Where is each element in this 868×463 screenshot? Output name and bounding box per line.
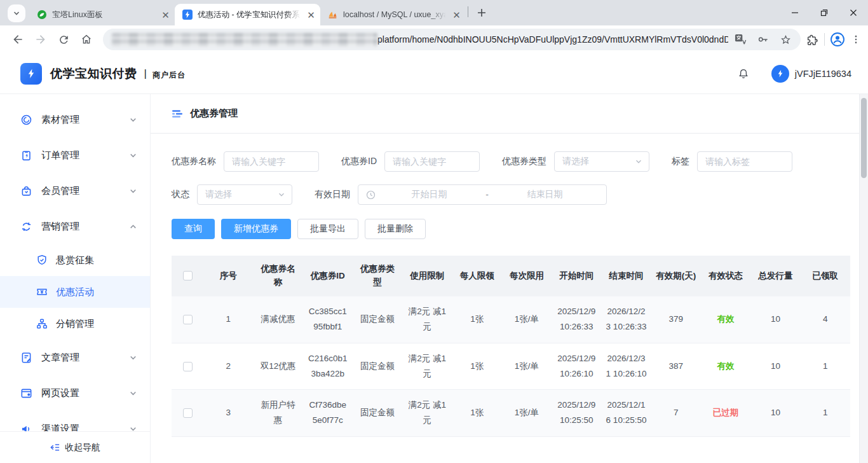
scrollbar-thumb[interactable]	[861, 98, 867, 178]
filter-label: 有效日期	[315, 189, 350, 200]
url-text: platform/home/N0dhbINOUU5NcHpVaDFuUlppVj…	[377, 34, 728, 45]
tab-close-icon[interactable]: ✕	[160, 10, 171, 20]
sidebar-subitem-coupon-activity[interactable]: 优惠活动	[0, 276, 150, 308]
app-body: 素材管理 订单管理 会员管理 营销管理 悬赏征集	[0, 94, 868, 463]
search-button[interactable]: 查询	[172, 219, 215, 239]
column-header: 优惠券类型	[353, 256, 402, 296]
row-checkbox[interactable]	[183, 408, 193, 418]
status-select[interactable]: 请选择	[197, 184, 292, 205]
address-bar[interactable]: platform/home/N0dhbINOUU5NcHpVaDFuUlppVj…	[103, 29, 801, 50]
add-coupon-button[interactable]: 新增优惠券	[221, 219, 291, 239]
sidebar: 素材管理 订单管理 会员管理 营销管理 悬赏征集	[0, 94, 151, 463]
window-close-button[interactable]	[839, 0, 868, 25]
cell-total-issued: 10	[750, 296, 800, 343]
chevron-down-icon	[129, 187, 137, 195]
forward-button[interactable]	[31, 29, 51, 50]
browser-menu-icon[interactable]	[850, 34, 862, 45]
distribution-icon	[36, 318, 48, 329]
sidebar-item-label: 文章管理	[41, 352, 79, 364]
window-minimize-button[interactable]	[780, 0, 810, 25]
cell-seq: 2	[203, 343, 253, 390]
tab-title: 宝塔Linux面板	[52, 10, 155, 20]
cell-per-use: 1张/单	[502, 296, 552, 343]
password-key-icon[interactable]	[757, 33, 770, 46]
home-button[interactable]	[76, 29, 97, 50]
notification-bell-icon[interactable]	[737, 67, 750, 80]
cell-total-issued: 10	[750, 390, 800, 437]
user-avatar[interactable]	[771, 65, 789, 83]
sidebar-item-orders[interactable]: 订单管理	[0, 137, 150, 173]
translate-icon[interactable]	[735, 34, 747, 46]
bounty-shield-icon	[36, 254, 48, 266]
cell-status: 已过期	[701, 390, 750, 437]
coupon-name-input[interactable]	[224, 151, 319, 172]
cell-per-use: 1张/单	[502, 343, 552, 390]
new-tab-button[interactable]	[473, 4, 491, 22]
cell-start-time: 2025/12/9 10:26:10	[552, 343, 601, 390]
column-header: 每人限领	[452, 256, 501, 296]
window-restore-button[interactable]	[810, 0, 839, 25]
cell-type: 固定金额	[353, 296, 402, 343]
tag-input[interactable]	[697, 151, 792, 172]
extensions-icon[interactable]	[806, 33, 819, 46]
sidebar-item-marketing[interactable]: 营销管理	[0, 209, 150, 244]
tab-title: 优惠活动 - 优学宝知识付费系统	[198, 10, 301, 20]
chevron-down-icon	[129, 389, 137, 397]
column-header: 序号	[203, 256, 253, 296]
sidebar-item-channels[interactable]: 渠道设置	[0, 411, 150, 431]
filter-tag: 标签	[672, 151, 792, 172]
column-header: 开始时间	[552, 256, 601, 296]
sidebar-item-label: 会员管理	[41, 185, 79, 197]
tab-close-icon[interactable]: ✕	[451, 10, 462, 20]
page-title: 优惠券管理	[190, 107, 238, 120]
tab-bt-panel[interactable]: 宝塔Linux面板 ✕	[29, 4, 175, 25]
sidebar-item-members[interactable]: 会员管理	[0, 173, 150, 209]
coupon-type-select[interactable]: 请选择	[554, 151, 649, 172]
home-icon	[80, 33, 93, 46]
sidebar-subitem-bounty[interactable]: 悬赏征集	[0, 244, 150, 276]
tab-phpmyadmin[interactable]: localhost / MySQL / uxue_xya ✕	[320, 4, 466, 25]
webpage-icon	[20, 387, 32, 399]
tab-close-icon[interactable]: ✕	[306, 10, 316, 20]
cell-name: 双12优惠	[253, 343, 302, 390]
collapse-nav-button[interactable]: 收起导航	[0, 431, 150, 463]
back-button[interactable]	[8, 29, 28, 50]
filter-label: 标签	[672, 156, 689, 167]
cell-per-person: 1张	[452, 390, 501, 437]
sidebar-item-articles[interactable]: 文章管理	[0, 340, 150, 375]
portal-label: 商户后台	[153, 67, 186, 81]
coupon-id-input[interactable]	[384, 151, 480, 172]
batch-delete-button[interactable]: 批量删除	[365, 219, 426, 239]
cell-coupon-id: Cc385cc195fbbf1	[303, 296, 353, 343]
sidebar-item-webpage[interactable]: 网页设置	[0, 375, 150, 411]
sidebar-item-label: 网页设置	[41, 387, 79, 399]
row-checkbox[interactable]	[183, 315, 193, 324]
filter-row-2: 状态 请选择 有效日期 开始日期 - 结束日期	[172, 184, 850, 205]
batch-export-button[interactable]: 批量导出	[297, 219, 358, 239]
row-checkbox[interactable]	[183, 362, 193, 371]
brand-title: 优学宝知识付费	[50, 66, 137, 82]
sidebar-item-material[interactable]: 素材管理	[0, 102, 150, 137]
cell-start-time: 2025/12/9 10:26:33	[552, 296, 601, 343]
username[interactable]: jVFJjE119634	[795, 69, 851, 79]
filter-row-1: 优惠券名称 优惠券ID 优惠券类型 请选择 标签	[172, 151, 850, 172]
window-controls	[780, 0, 868, 25]
bookmark-star-icon[interactable]	[780, 34, 792, 46]
column-header: 有效状态	[701, 256, 750, 296]
sidebar-item-label: 素材管理	[41, 114, 79, 126]
sidebar-subitem-distribution[interactable]: 分销管理	[0, 308, 150, 340]
column-header: 有效期(天)	[651, 256, 701, 296]
tab-coupon-admin[interactable]: 优惠活动 - 优学宝知识付费系统 ✕	[175, 4, 320, 25]
date-range-picker[interactable]: 开始日期 - 结束日期	[358, 184, 607, 205]
tab-search-button[interactable]	[8, 4, 25, 22]
app-header: 优学宝知识付费 | 商户后台 jVFJjE119634	[0, 53, 868, 94]
sidebar-item-label: 订单管理	[41, 149, 79, 162]
filter-label: 优惠券名称	[172, 156, 216, 167]
reload-button[interactable]	[53, 29, 74, 50]
profile-icon[interactable]	[830, 32, 845, 47]
collapse-label: 收起导航	[65, 442, 100, 453]
filter-panel: 优惠券名称 优惠券ID 优惠券类型 请选择 标签	[151, 134, 868, 239]
select-all-checkbox[interactable]	[183, 271, 193, 280]
sidebar-item-label: 分销管理	[56, 318, 94, 330]
table-row: 1 满减优惠 Cc385cc195fbbf1 固定金额 满2元 减1元 1张 1…	[172, 296, 850, 343]
